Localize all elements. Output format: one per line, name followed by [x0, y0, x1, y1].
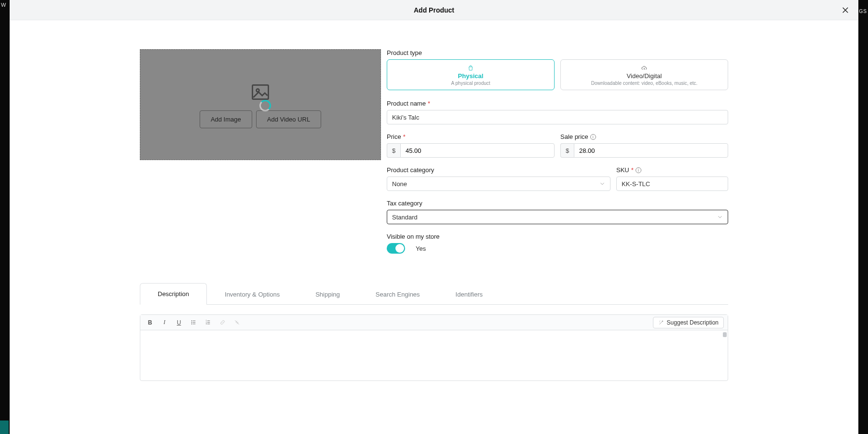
- link-button[interactable]: [217, 317, 228, 328]
- product-name-input[interactable]: [387, 110, 728, 124]
- type-title: Physical: [392, 72, 549, 80]
- sale-price-input[interactable]: [574, 143, 728, 158]
- modal-header: Add Product: [10, 0, 858, 20]
- add-video-url-button[interactable]: Add Video URL: [256, 110, 321, 128]
- info-icon[interactable]: i: [636, 167, 641, 173]
- product-type-label: Product type: [387, 49, 728, 56]
- close-button[interactable]: [839, 4, 852, 16]
- tab-description[interactable]: Description: [140, 283, 207, 305]
- cloud-download-icon: [566, 65, 723, 71]
- add-image-button[interactable]: Add Image: [200, 110, 252, 128]
- close-icon: [841, 6, 850, 14]
- editor-toolbar: B I U 123: [140, 315, 728, 330]
- product-name-label: Product name*: [387, 100, 728, 107]
- tab-search-engines[interactable]: Search Engines: [358, 283, 438, 305]
- chevron-down-icon: [717, 214, 723, 222]
- visible-state: Yes: [416, 245, 426, 252]
- modal-title: Add Product: [414, 6, 454, 14]
- product-tabs: Description Inventory & Options Shipping…: [140, 283, 728, 305]
- tab-identifiers[interactable]: Identifiers: [438, 283, 501, 305]
- sale-price-label: Sale price i: [560, 133, 728, 140]
- svg-point-4: [191, 324, 192, 324]
- tax-category-select[interactable]: [387, 210, 728, 224]
- price-label: Price*: [387, 133, 555, 140]
- type-title: Video/Digital: [566, 72, 723, 80]
- visible-label: Visible on my store: [387, 233, 728, 240]
- price-input[interactable]: [400, 143, 555, 158]
- tab-shipping[interactable]: Shipping: [298, 283, 358, 305]
- unlink-button[interactable]: [231, 317, 243, 328]
- sku-input[interactable]: [616, 176, 728, 191]
- chevron-down-icon: [599, 180, 606, 189]
- backdrop-char: W: [1, 2, 6, 8]
- tax-category-label: Tax category: [387, 200, 728, 207]
- category-label: Product category: [387, 166, 610, 174]
- category-select[interactable]: [387, 176, 610, 191]
- media-upload-area[interactable]: Add Image Add Video URL: [140, 49, 381, 160]
- numbered-list-button[interactable]: 123: [202, 317, 214, 328]
- wand-icon: [658, 320, 664, 326]
- type-subtitle: A physical product: [392, 81, 549, 86]
- suggest-description-button[interactable]: Suggest Description: [653, 317, 724, 328]
- underline-button[interactable]: U: [173, 317, 185, 328]
- toggle-knob: [395, 244, 404, 253]
- bag-icon: [392, 65, 549, 71]
- description-editor: B I U 123: [140, 314, 728, 381]
- loading-spinner-icon: [259, 100, 271, 111]
- sku-label: SKU* i: [616, 166, 728, 174]
- add-product-modal: Add Product: [10, 0, 858, 434]
- svg-point-3: [191, 322, 192, 323]
- product-type-physical[interactable]: Physical A physical product: [387, 59, 555, 90]
- backdrop-accent: [0, 420, 9, 434]
- currency-symbol: $: [387, 143, 400, 158]
- modal-body: Add Image Add Video URL Product type: [10, 20, 858, 434]
- currency-symbol: $: [560, 143, 574, 158]
- visible-toggle[interactable]: [387, 243, 405, 254]
- tab-inventory[interactable]: Inventory & Options: [207, 283, 298, 305]
- scrollbar-thumb[interactable]: [723, 332, 727, 337]
- italic-button[interactable]: I: [159, 317, 170, 328]
- bold-button[interactable]: B: [144, 317, 156, 328]
- image-placeholder-icon: [250, 81, 271, 105]
- backdrop-right: GS: [858, 0, 868, 434]
- svg-point-2: [191, 321, 192, 321]
- svg-text:3: 3: [205, 323, 206, 325]
- type-subtitle: Downloadable content: video, eBooks, mus…: [566, 81, 723, 86]
- description-textarea[interactable]: [140, 330, 728, 379]
- info-icon[interactable]: i: [590, 134, 596, 140]
- product-type-digital[interactable]: Video/Digital Downloadable content: vide…: [560, 59, 728, 90]
- svg-rect-0: [253, 85, 269, 99]
- bullet-list-button[interactable]: [188, 317, 199, 328]
